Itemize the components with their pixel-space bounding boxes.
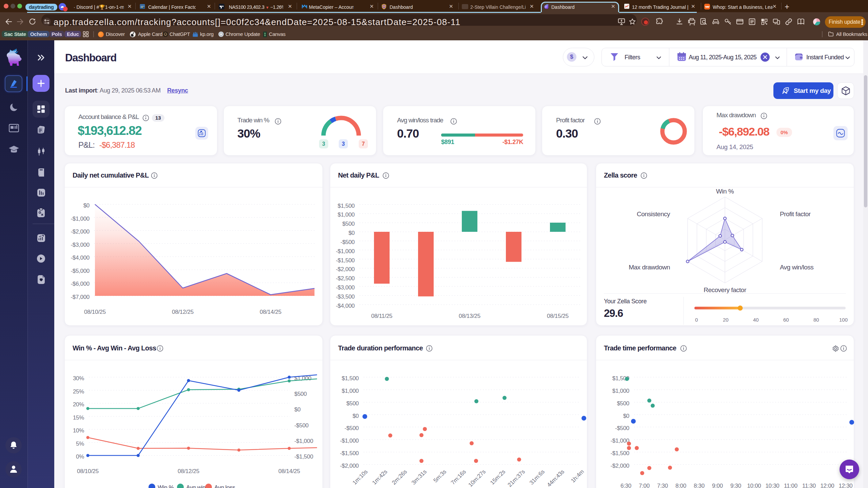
svg-text:-$1,500: -$1,500 bbox=[336, 257, 355, 264]
svg-text:20%: 20% bbox=[73, 401, 84, 408]
svg-text:$1,000: $1,000 bbox=[342, 388, 359, 394]
svg-text:-$5,000: -$5,000 bbox=[71, 268, 90, 274]
svg-text:1m:10s: 1m:10s bbox=[351, 468, 369, 486]
svg-text:Your Zella Score: Your Zella Score bbox=[604, 298, 647, 305]
svg-text:-$4,000: -$4,000 bbox=[71, 255, 90, 261]
svg-text:5%: 5% bbox=[76, 441, 84, 447]
svg-text:10:00: 10:00 bbox=[747, 483, 761, 488]
svg-text:08/12/25: 08/12/25 bbox=[178, 468, 199, 474]
svg-text:-$6,000: -$6,000 bbox=[71, 281, 90, 287]
svg-text:-$3,000: -$3,000 bbox=[336, 284, 355, 291]
svg-text:10%: 10% bbox=[73, 427, 84, 434]
svg-text:30%: 30% bbox=[73, 375, 84, 382]
svg-text:-$3,500: -$3,500 bbox=[336, 293, 355, 300]
svg-text:-$2,000: -$2,000 bbox=[610, 463, 629, 469]
svg-text:08/13/25: 08/13/25 bbox=[459, 313, 480, 319]
svg-text:Profit factor: Profit factor bbox=[780, 210, 811, 218]
svg-text:1m:42s: 1m:42s bbox=[371, 468, 389, 486]
svg-text:31m:6s: 31m:6s bbox=[528, 468, 546, 486]
svg-text:08/12/25: 08/12/25 bbox=[172, 309, 194, 315]
svg-text:12:30: 12:30 bbox=[839, 483, 852, 488]
svg-text:25%: 25% bbox=[73, 388, 84, 395]
svg-text:-$500: -$500 bbox=[615, 425, 629, 431]
svg-text:7:00: 7:00 bbox=[639, 483, 650, 488]
svg-text:$0: $0 bbox=[83, 202, 90, 209]
svg-text:44m:43s: 44m:43s bbox=[546, 468, 566, 488]
svg-text:$500: $500 bbox=[342, 221, 355, 227]
svg-text:$500: $500 bbox=[617, 400, 629, 407]
svg-text:29.6: 29.6 bbox=[604, 307, 623, 319]
svg-text:-$1,000: -$1,000 bbox=[294, 438, 313, 444]
svg-text:$0: $0 bbox=[349, 230, 355, 236]
svg-text:$0: $0 bbox=[623, 413, 629, 419]
svg-text:21m:37s: 21m:37s bbox=[507, 468, 526, 488]
svg-text:9:00: 9:00 bbox=[712, 483, 723, 488]
svg-text:0%: 0% bbox=[76, 453, 84, 460]
svg-text:-$1,000: -$1,000 bbox=[336, 248, 355, 255]
svg-text:Avg loss: Avg loss bbox=[214, 484, 235, 488]
svg-text:7:30: 7:30 bbox=[657, 483, 668, 488]
svg-text:Max drawdown: Max drawdown bbox=[629, 264, 670, 271]
svg-text:0: 0 bbox=[695, 317, 698, 323]
svg-text:8:30: 8:30 bbox=[694, 483, 705, 488]
svg-text:-$2,500: -$2,500 bbox=[336, 275, 355, 282]
svg-text:20: 20 bbox=[723, 317, 729, 323]
svg-text:Consistency: Consistency bbox=[637, 210, 670, 218]
svg-text:6:30: 6:30 bbox=[620, 483, 631, 488]
svg-text:$1,500: $1,500 bbox=[338, 203, 355, 209]
svg-text:Recovery factor: Recovery factor bbox=[704, 286, 747, 293]
svg-text:7m:16s: 7m:16s bbox=[450, 468, 467, 486]
svg-text:-$1,000: -$1,000 bbox=[340, 438, 359, 444]
svg-text:11:00: 11:00 bbox=[784, 483, 797, 488]
svg-text:40: 40 bbox=[753, 317, 759, 323]
svg-text:10:30: 10:30 bbox=[765, 483, 779, 488]
svg-text:Avg win/loss: Avg win/loss bbox=[780, 264, 813, 271]
svg-text:-$2,000: -$2,000 bbox=[71, 228, 90, 235]
svg-text:$1,500: $1,500 bbox=[342, 375, 359, 382]
svg-text:$0: $0 bbox=[294, 406, 300, 413]
svg-text:$1,000: $1,000 bbox=[338, 211, 355, 218]
svg-text:08/14/25: 08/14/25 bbox=[260, 309, 281, 315]
svg-text:Avg win: Avg win bbox=[186, 484, 205, 488]
svg-text:-$4,000: -$4,000 bbox=[336, 303, 355, 309]
svg-text:-$500: -$500 bbox=[340, 239, 355, 245]
svg-text:08/15/25: 08/15/25 bbox=[547, 313, 569, 319]
svg-text:60: 60 bbox=[783, 317, 789, 323]
svg-text:10m:27s: 10m:27s bbox=[467, 468, 487, 488]
svg-text:$500: $500 bbox=[294, 391, 307, 397]
svg-text:-$1,000: -$1,000 bbox=[610, 438, 629, 444]
svg-text:08/11/25: 08/11/25 bbox=[371, 313, 393, 319]
svg-text:1h:4m: 1h:4m bbox=[570, 468, 585, 484]
svg-text:-$1,000: -$1,000 bbox=[71, 216, 90, 222]
svg-text:-$7,000: -$7,000 bbox=[71, 294, 90, 300]
svg-text:-$2,000: -$2,000 bbox=[336, 266, 355, 272]
svg-text:$0: $0 bbox=[353, 413, 359, 419]
svg-text:08/10/25: 08/10/25 bbox=[84, 309, 106, 315]
svg-text:08/14/25: 08/14/25 bbox=[278, 468, 300, 474]
svg-text:$1,000: $1,000 bbox=[612, 388, 629, 394]
svg-text:-$1,500: -$1,500 bbox=[610, 450, 629, 456]
svg-text:-$2,000: -$2,000 bbox=[340, 463, 359, 469]
svg-text:-$500: -$500 bbox=[294, 422, 309, 429]
svg-text:-$1,500: -$1,500 bbox=[340, 450, 359, 456]
svg-text:Win %: Win % bbox=[158, 484, 174, 488]
svg-text:80: 80 bbox=[813, 317, 819, 323]
svg-text:-$3,000: -$3,000 bbox=[71, 242, 90, 248]
svg-text:15m:2s: 15m:2s bbox=[489, 468, 507, 486]
svg-text:100: 100 bbox=[839, 317, 848, 323]
svg-text:Win %: Win % bbox=[716, 188, 734, 195]
svg-text:$500: $500 bbox=[346, 400, 359, 407]
svg-text:-$1,500: -$1,500 bbox=[294, 453, 313, 460]
svg-text:08/10/25: 08/10/25 bbox=[77, 468, 99, 474]
svg-text:3m:31s: 3m:31s bbox=[410, 468, 428, 486]
svg-text:-$500: -$500 bbox=[344, 425, 359, 431]
svg-text:5m:3s: 5m:3s bbox=[432, 468, 448, 484]
svg-text:15%: 15% bbox=[73, 414, 84, 421]
svg-text:2m:26s: 2m:26s bbox=[391, 468, 408, 486]
svg-text:11:30: 11:30 bbox=[802, 483, 816, 488]
svg-text:9:30: 9:30 bbox=[730, 483, 741, 488]
svg-text:12:00: 12:00 bbox=[820, 483, 834, 488]
svg-text:8:00: 8:00 bbox=[675, 483, 686, 488]
